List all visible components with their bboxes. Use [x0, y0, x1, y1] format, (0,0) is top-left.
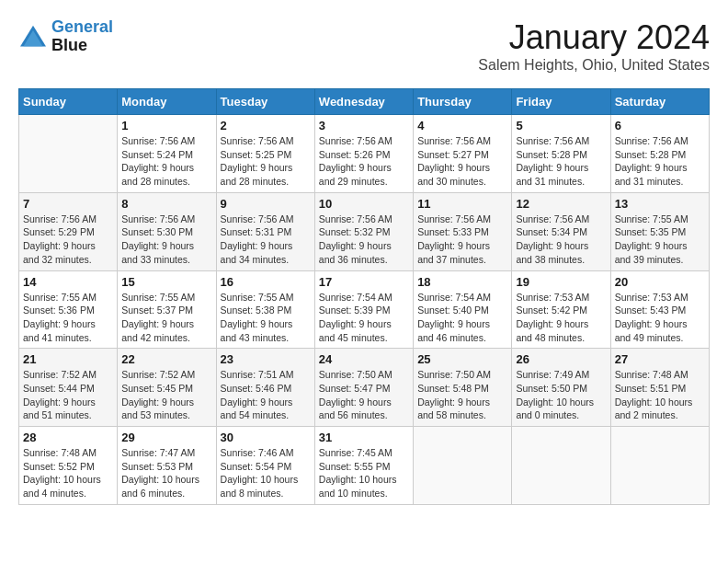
calendar-title: January 2024 [478, 18, 710, 57]
header-row: SundayMondayTuesdayWednesdayThursdayFrid… [19, 89, 710, 115]
day-number: 25 [417, 352, 507, 366]
day-cell: 13Sunrise: 7:55 AM Sunset: 5:35 PM Dayli… [610, 192, 709, 270]
header-cell-sunday: Sunday [19, 89, 118, 115]
day-number: 24 [319, 352, 409, 366]
logo-icon [18, 24, 48, 50]
header-cell-monday: Monday [118, 89, 216, 115]
day-number: 22 [121, 352, 211, 366]
day-number: 28 [23, 431, 113, 444]
day-cell: 10Sunrise: 7:56 AM Sunset: 5:32 PM Dayli… [314, 192, 413, 270]
day-cell: 20Sunrise: 7:53 AM Sunset: 5:43 PM Dayli… [610, 270, 709, 349]
header-cell-saturday: Saturday [610, 89, 709, 115]
day-info: Sunrise: 7:56 AM Sunset: 5:30 PM Dayligh… [121, 213, 211, 267]
day-cell: 26Sunrise: 7:49 AM Sunset: 5:50 PM Dayli… [512, 349, 610, 427]
calendar-table: SundayMondayTuesdayWednesdayThursdayFrid… [18, 88, 710, 505]
day-cell: 23Sunrise: 7:51 AM Sunset: 5:46 PM Dayli… [216, 349, 314, 427]
day-info: Sunrise: 7:50 AM Sunset: 5:47 PM Dayligh… [319, 368, 409, 422]
day-info: Sunrise: 7:48 AM Sunset: 5:52 PM Dayligh… [23, 446, 113, 500]
week-row-2: 7Sunrise: 7:56 AM Sunset: 5:29 PM Daylig… [19, 192, 710, 270]
day-info: Sunrise: 7:56 AM Sunset: 5:28 PM Dayligh… [615, 134, 705, 189]
day-info: Sunrise: 7:54 AM Sunset: 5:40 PM Dayligh… [417, 291, 507, 345]
day-cell [19, 115, 118, 193]
day-number: 30 [221, 431, 311, 444]
day-number: 16 [221, 275, 311, 289]
day-number: 8 [121, 197, 211, 211]
day-info: Sunrise: 7:56 AM Sunset: 5:25 PM Dayligh… [221, 134, 311, 189]
day-cell: 17Sunrise: 7:54 AM Sunset: 5:39 PM Dayli… [314, 270, 413, 349]
day-info: Sunrise: 7:52 AM Sunset: 5:45 PM Dayligh… [121, 368, 211, 422]
day-number: 9 [221, 197, 311, 211]
day-number: 12 [516, 197, 606, 211]
day-cell: 24Sunrise: 7:50 AM Sunset: 5:47 PM Dayli… [314, 349, 413, 427]
day-info: Sunrise: 7:56 AM Sunset: 5:32 PM Dayligh… [319, 213, 409, 267]
day-cell: 25Sunrise: 7:50 AM Sunset: 5:48 PM Dayli… [414, 349, 512, 427]
day-cell: 19Sunrise: 7:53 AM Sunset: 5:42 PM Dayli… [512, 270, 610, 349]
day-cell: 21Sunrise: 7:52 AM Sunset: 5:44 PM Dayli… [19, 349, 118, 427]
day-cell [512, 427, 610, 505]
day-info: Sunrise: 7:50 AM Sunset: 5:48 PM Dayligh… [417, 368, 507, 422]
day-info: Sunrise: 7:56 AM Sunset: 5:34 PM Dayligh… [516, 213, 606, 267]
day-cell: 22Sunrise: 7:52 AM Sunset: 5:45 PM Dayli… [118, 349, 216, 427]
day-cell: 27Sunrise: 7:48 AM Sunset: 5:51 PM Dayli… [610, 349, 709, 427]
day-cell: 16Sunrise: 7:55 AM Sunset: 5:38 PM Dayli… [216, 270, 314, 349]
header-cell-friday: Friday [512, 89, 610, 115]
day-number: 19 [516, 275, 606, 289]
day-number: 7 [23, 197, 113, 211]
week-row-1: 1Sunrise: 7:56 AM Sunset: 5:24 PM Daylig… [19, 115, 710, 193]
day-info: Sunrise: 7:56 AM Sunset: 5:28 PM Dayligh… [516, 134, 606, 189]
week-row-5: 28Sunrise: 7:48 AM Sunset: 5:52 PM Dayli… [19, 427, 710, 505]
day-cell: 8Sunrise: 7:56 AM Sunset: 5:30 PM Daylig… [118, 192, 216, 270]
day-number: 3 [319, 119, 409, 132]
day-info: Sunrise: 7:47 AM Sunset: 5:53 PM Dayligh… [121, 446, 211, 500]
day-number: 13 [615, 197, 705, 211]
day-cell [414, 427, 512, 505]
day-info: Sunrise: 7:56 AM Sunset: 5:33 PM Dayligh… [417, 213, 507, 267]
day-cell: 31Sunrise: 7:45 AM Sunset: 5:55 PM Dayli… [314, 427, 413, 505]
day-cell [610, 427, 709, 505]
day-cell: 12Sunrise: 7:56 AM Sunset: 5:34 PM Dayli… [512, 192, 610, 270]
day-number: 29 [121, 431, 211, 444]
day-number: 5 [516, 119, 606, 132]
day-info: Sunrise: 7:55 AM Sunset: 5:37 PM Dayligh… [121, 291, 211, 345]
day-info: Sunrise: 7:56 AM Sunset: 5:26 PM Dayligh… [319, 134, 409, 189]
day-cell: 1Sunrise: 7:56 AM Sunset: 5:24 PM Daylig… [118, 115, 216, 193]
day-cell: 29Sunrise: 7:47 AM Sunset: 5:53 PM Dayli… [118, 427, 216, 505]
header-cell-thursday: Thursday [414, 89, 512, 115]
day-number: 14 [23, 275, 113, 289]
header-cell-wednesday: Wednesday [314, 89, 413, 115]
day-cell: 3Sunrise: 7:56 AM Sunset: 5:26 PM Daylig… [314, 115, 413, 193]
day-info: Sunrise: 7:56 AM Sunset: 5:27 PM Dayligh… [417, 134, 507, 189]
day-info: Sunrise: 7:55 AM Sunset: 5:36 PM Dayligh… [23, 291, 113, 345]
day-number: 26 [516, 352, 606, 366]
day-info: Sunrise: 7:56 AM Sunset: 5:29 PM Dayligh… [23, 213, 113, 267]
day-info: Sunrise: 7:56 AM Sunset: 5:24 PM Dayligh… [121, 134, 211, 189]
day-number: 2 [221, 119, 311, 132]
day-info: Sunrise: 7:51 AM Sunset: 5:46 PM Dayligh… [221, 368, 311, 422]
day-number: 6 [615, 119, 705, 132]
day-info: Sunrise: 7:49 AM Sunset: 5:50 PM Dayligh… [516, 368, 606, 422]
week-row-4: 21Sunrise: 7:52 AM Sunset: 5:44 PM Dayli… [19, 349, 710, 427]
header-cell-tuesday: Tuesday [216, 89, 314, 115]
day-info: Sunrise: 7:45 AM Sunset: 5:55 PM Dayligh… [319, 446, 409, 500]
day-cell: 28Sunrise: 7:48 AM Sunset: 5:52 PM Dayli… [19, 427, 118, 505]
day-number: 20 [615, 275, 705, 289]
day-number: 27 [615, 352, 705, 366]
logo-text: GeneralBlue [51, 18, 113, 55]
day-cell: 15Sunrise: 7:55 AM Sunset: 5:37 PM Dayli… [118, 270, 216, 349]
calendar-subtitle: Salem Heights, Ohio, United States [478, 57, 710, 74]
day-info: Sunrise: 7:53 AM Sunset: 5:42 PM Dayligh… [516, 291, 606, 345]
day-number: 11 [417, 197, 507, 211]
day-number: 31 [319, 431, 409, 444]
title-block: January 2024 Salem Heights, Ohio, United… [478, 18, 710, 74]
day-cell: 18Sunrise: 7:54 AM Sunset: 5:40 PM Dayli… [414, 270, 512, 349]
day-cell: 7Sunrise: 7:56 AM Sunset: 5:29 PM Daylig… [19, 192, 118, 270]
day-info: Sunrise: 7:55 AM Sunset: 5:35 PM Dayligh… [615, 213, 705, 267]
day-cell: 2Sunrise: 7:56 AM Sunset: 5:25 PM Daylig… [216, 115, 314, 193]
day-number: 21 [23, 352, 113, 366]
day-info: Sunrise: 7:54 AM Sunset: 5:39 PM Dayligh… [319, 291, 409, 345]
day-cell: 30Sunrise: 7:46 AM Sunset: 5:54 PM Dayli… [216, 427, 314, 505]
day-info: Sunrise: 7:48 AM Sunset: 5:51 PM Dayligh… [615, 368, 705, 422]
week-row-3: 14Sunrise: 7:55 AM Sunset: 5:36 PM Dayli… [19, 270, 710, 349]
day-cell: 5Sunrise: 7:56 AM Sunset: 5:28 PM Daylig… [512, 115, 610, 193]
day-number: 17 [319, 275, 409, 289]
